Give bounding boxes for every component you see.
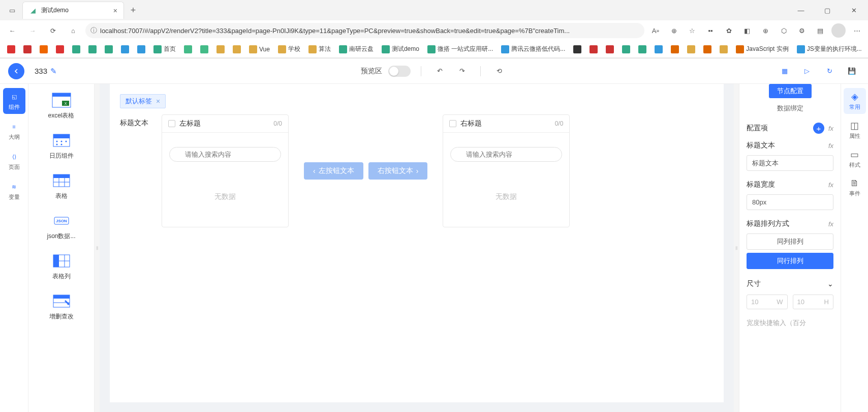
resize-handle-right[interactable]: ⦀ bbox=[734, 84, 739, 412]
component-json数据...[interactable]: JSONjson数据... bbox=[28, 207, 94, 247]
ext6-icon[interactable]: ▤ bbox=[813, 23, 827, 38]
ext1-icon[interactable]: ▪▪ bbox=[703, 23, 718, 38]
favorite-icon[interactable]: ☆ bbox=[685, 23, 699, 38]
right-select-all-checkbox[interactable] bbox=[449, 120, 456, 127]
bookmark-item[interactable]: 算法 bbox=[305, 43, 334, 55]
left-select-all-checkbox[interactable] bbox=[168, 120, 175, 127]
layout-option-同行排列[interactable]: 同行排列 bbox=[747, 253, 833, 269]
rail-item-变量[interactable]: ≋变量 bbox=[3, 178, 25, 204]
bookmark-item[interactable] bbox=[700, 43, 715, 55]
close-window-button[interactable]: ✕ bbox=[844, 3, 864, 18]
layout-option-同列排列[interactable]: 同列排列 bbox=[747, 233, 833, 250]
bookmark-item[interactable] bbox=[668, 43, 682, 55]
bookmark-item[interactable] bbox=[181, 43, 195, 55]
forward-button[interactable]: → bbox=[24, 22, 41, 39]
bookmark-item[interactable] bbox=[85, 43, 100, 55]
left-search-input[interactable] bbox=[169, 147, 281, 162]
maximize-button[interactable]: ▢ bbox=[817, 3, 838, 18]
width-input[interactable]: 10 W bbox=[747, 295, 788, 309]
qr-icon[interactable]: ▦ bbox=[777, 63, 793, 79]
back-button[interactable]: ← bbox=[4, 22, 20, 39]
default-tag-chip[interactable]: 默认标签 × bbox=[120, 94, 166, 108]
bookmark-item[interactable]: 学校 bbox=[275, 43, 303, 55]
right-rail-事件[interactable]: 🗎事件 bbox=[844, 175, 866, 200]
bookmark-item[interactable] bbox=[53, 43, 67, 55]
bookmark-item[interactable]: 腾讯云微搭低代码... bbox=[498, 43, 568, 55]
menu-icon[interactable]: ⋯ bbox=[850, 23, 864, 38]
title-width-input[interactable] bbox=[747, 194, 833, 210]
fx-icon[interactable]: fx bbox=[828, 125, 833, 132]
bookmark-item[interactable]: 微搭 一站式应用研... bbox=[424, 43, 496, 55]
bookmark-item[interactable] bbox=[652, 43, 666, 55]
component-excel表格[interactable]: Xexcel表格 bbox=[28, 86, 94, 126]
bookmark-item[interactable] bbox=[37, 43, 51, 55]
resize-handle-left[interactable]: ⦀ bbox=[95, 84, 100, 412]
bookmark-item[interactable] bbox=[20, 43, 35, 55]
refresh-button[interactable]: ⟳ bbox=[45, 22, 61, 39]
bookmark-item[interactable] bbox=[4, 43, 18, 55]
bookmark-item[interactable] bbox=[69, 43, 83, 55]
title-text-input[interactable] bbox=[747, 155, 833, 171]
component-表格列[interactable]: 表格列 bbox=[28, 247, 94, 287]
browser-tab[interactable]: ◢ 测试demo × bbox=[22, 2, 124, 19]
move-right-button[interactable]: 右按钮文本 › bbox=[368, 162, 428, 180]
bookmark-item[interactable]: 南研云盘 bbox=[336, 43, 377, 55]
profile-avatar[interactable] bbox=[831, 23, 846, 38]
ext5-icon[interactable]: ⚙ bbox=[795, 23, 809, 38]
bookmark-item[interactable] bbox=[134, 43, 148, 55]
back-circle-button[interactable] bbox=[8, 63, 24, 79]
tab-close-icon[interactable]: × bbox=[113, 7, 117, 15]
history-icon[interactable]: ↻ bbox=[821, 63, 838, 79]
bookmark-item[interactable]: Vue bbox=[246, 43, 273, 55]
bookmark-item[interactable] bbox=[197, 43, 211, 55]
new-tab-button[interactable]: + bbox=[126, 3, 140, 17]
minimize-button[interactable]: — bbox=[791, 3, 811, 18]
rail-item-大纲[interactable]: ≡大纲 bbox=[3, 118, 25, 144]
bookmark-item[interactable] bbox=[635, 43, 649, 55]
config-tab-数据绑定[interactable]: 数据绑定 bbox=[769, 101, 812, 115]
canvas-area[interactable]: 默认标签 × 标题文本 左标题 0/0 bbox=[100, 84, 734, 412]
right-rail-样式[interactable]: ▭样式 bbox=[844, 146, 866, 172]
collections-icon[interactable]: ⊕ bbox=[758, 23, 772, 38]
edit-name-icon[interactable]: ✎ bbox=[50, 67, 57, 76]
ext4-icon[interactable]: ⬡ bbox=[777, 23, 791, 38]
component-表格[interactable]: 表格 bbox=[28, 166, 94, 207]
add-config-button[interactable]: + bbox=[813, 123, 824, 134]
bookmark-item[interactable] bbox=[586, 43, 601, 55]
ext2-icon[interactable]: ✿ bbox=[722, 23, 736, 38]
undo-button[interactable]: ↶ bbox=[431, 63, 448, 79]
fx-icon[interactable]: fx bbox=[828, 142, 833, 150]
move-left-button[interactable]: ‹ 左按钮文本 bbox=[304, 162, 363, 180]
bookmark-item[interactable]: JavaScript 实例 bbox=[733, 43, 791, 55]
fx-icon[interactable]: fx bbox=[828, 181, 833, 189]
bookmark-item[interactable]: 测试demo bbox=[379, 43, 422, 55]
fx-icon[interactable]: fx bbox=[828, 220, 833, 228]
bookmark-item[interactable] bbox=[570, 43, 584, 55]
rail-item-组件[interactable]: ◱组件 bbox=[3, 88, 25, 114]
url-input[interactable]: ⓘ localhost:7007/#/appV2/renderV2?title=… bbox=[85, 23, 644, 38]
bookmark-item[interactable]: JS变量的执行环境... bbox=[794, 43, 865, 55]
bookmark-item[interactable]: 首页 bbox=[150, 43, 179, 55]
bookmark-item[interactable] bbox=[213, 43, 228, 55]
right-rail-常用[interactable]: ◈常用 bbox=[844, 88, 866, 114]
bookmark-item[interactable] bbox=[684, 43, 698, 55]
ext3-icon[interactable]: ◧ bbox=[740, 23, 754, 38]
config-tab-节点配置[interactable]: 节点配置 bbox=[769, 84, 812, 98]
sync-button[interactable]: ⟲ bbox=[491, 63, 507, 79]
rail-item-页面[interactable]: ⟨⟩页面 bbox=[3, 148, 25, 174]
home-button[interactable]: ⌂ bbox=[65, 22, 81, 39]
right-search-input[interactable] bbox=[450, 147, 562, 162]
bookmark-item[interactable] bbox=[619, 43, 633, 55]
height-input[interactable]: 10 H bbox=[793, 295, 834, 309]
bookmark-item[interactable] bbox=[102, 43, 116, 55]
bookmark-item[interactable] bbox=[603, 43, 617, 55]
play-icon[interactable]: ▷ bbox=[799, 63, 815, 79]
tag-close-icon[interactable]: × bbox=[156, 97, 160, 105]
right-rail-属性[interactable]: ◫属性 bbox=[844, 117, 866, 143]
save-icon[interactable]: 💾 bbox=[844, 63, 860, 79]
component-日历组件[interactable]: 日历组件 bbox=[28, 126, 94, 166]
size-header[interactable]: 尺寸 ⌄ bbox=[747, 279, 833, 288]
tab-overview-icon[interactable]: ▭ bbox=[4, 2, 20, 18]
bookmark-item[interactable] bbox=[717, 43, 731, 55]
preview-toggle[interactable] bbox=[388, 66, 411, 77]
